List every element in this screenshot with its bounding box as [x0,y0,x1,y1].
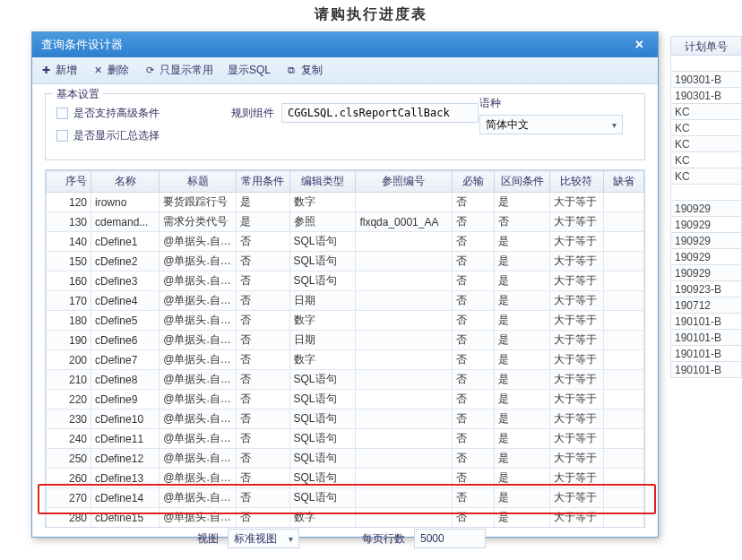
cell-title[interactable]: @单据头.自定... [160,429,237,449]
cell-ref[interactable] [356,291,452,311]
bg-cell[interactable]: 190929 [670,249,742,265]
table-row[interactable]: 200cDefine7@单据头.自定...否数字否是大于等于 [47,350,644,370]
cell-name[interactable]: cDefine9 [91,390,160,409]
cell-ref[interactable] [356,252,452,271]
cell-def[interactable] [603,212,643,232]
cell-range[interactable]: 是 [495,271,550,291]
cell-ref[interactable] [356,271,452,291]
cell-title[interactable]: @单据头.自定... [160,370,237,390]
cell-no[interactable]: 250 [47,449,91,469]
cell-no[interactable]: 210 [47,370,91,390]
cell-def[interactable] [603,271,643,291]
cell-no[interactable]: 260 [47,469,91,488]
cell-name[interactable]: cDefine10 [91,409,160,429]
bg-cell[interactable]: KC [670,136,742,152]
cell-cmp[interactable]: 大于等于 [550,232,604,252]
cell-edit[interactable]: SQL语句 [289,271,356,291]
col-no[interactable]: 序号 [47,171,91,193]
table-row[interactable]: 140cDefine1@单据头.自定...否SQL语句否是大于等于 [47,232,644,252]
cell-title[interactable]: @单据头.自定... [160,252,237,271]
cell-cmp[interactable]: 大于等于 [550,271,604,291]
cell-def[interactable] [603,331,643,350]
cell-ref[interactable] [356,390,452,409]
cell-title[interactable]: @单据头.自定... [160,311,237,331]
cell-common[interactable]: 否 [236,291,289,311]
cell-edit[interactable]: 日期 [289,291,356,311]
cell-range[interactable]: 是 [495,350,550,370]
bg-cell[interactable]: KC [670,168,742,185]
cell-def[interactable] [603,488,643,508]
cell-edit[interactable]: SQL语句 [289,469,356,488]
cell-edit[interactable]: SQL语句 [289,429,356,449]
col-ref[interactable]: 参照编号 [356,171,452,193]
cell-title[interactable]: @单据头.自定... [160,409,237,429]
cell-range[interactable]: 是 [495,252,550,271]
cell-must[interactable]: 否 [452,291,495,311]
copy-button[interactable]: ⧉复制 [285,63,323,78]
table-row[interactable]: 120irowno要货跟踪行号是数字否是大于等于 [47,193,644,212]
conditions-grid[interactable]: 序号 名称 标题 常用条件 编辑类型 参照编号 必输 区间条件 比较符 缺省 1… [45,169,645,528]
cell-title[interactable]: 要货跟踪行号 [160,193,237,212]
cell-must[interactable]: 否 [452,409,495,429]
cell-edit[interactable]: SQL语句 [289,232,356,252]
cell-title[interactable]: @单据头.自定... [160,271,237,291]
cell-ref[interactable] [356,469,452,488]
cell-def[interactable] [603,449,643,469]
cell-no[interactable]: 230 [47,409,91,429]
cell-range[interactable]: 是 [495,469,550,488]
col-title[interactable]: 标题 [160,171,237,193]
cell-common[interactable]: 是 [236,212,289,232]
cell-edit[interactable]: SQL语句 [289,449,356,469]
cell-name[interactable]: cDefine12 [91,449,160,469]
cell-name[interactable]: cdemand... [91,212,160,232]
bg-cell[interactable]: 190101-B [670,346,742,362]
cell-name[interactable]: cDefine11 [91,429,160,449]
cell-title[interactable]: @单据头.自定... [160,331,237,350]
bg-cell[interactable]: 190301-B [670,72,742,88]
cell-title[interactable]: @单据头.自定... [160,390,237,409]
cell-no[interactable]: 180 [47,311,91,331]
cell-def[interactable] [603,252,643,271]
cell-no[interactable]: 270 [47,488,91,508]
cell-edit[interactable]: SQL语句 [289,252,356,271]
cell-no[interactable]: 160 [47,271,91,291]
bg-cell[interactable]: 190929 [670,201,742,217]
cell-cmp[interactable]: 大于等于 [550,212,604,232]
cell-common[interactable]: 否 [236,488,289,508]
bg-cell[interactable] [670,185,742,201]
cell-cmp[interactable]: 大于等于 [550,311,604,331]
cell-common[interactable]: 否 [236,370,289,390]
col-name[interactable]: 名称 [91,171,160,193]
cell-def[interactable] [603,429,643,449]
table-row[interactable]: 160cDefine3@单据头.自定...否SQL语句否是大于等于 [47,271,644,291]
cell-edit[interactable]: SQL语句 [289,488,356,508]
col-cmp[interactable]: 比较符 [550,171,604,193]
cell-must[interactable]: 否 [452,232,495,252]
table-row[interactable]: 150cDefine2@单据头.自定...否SQL语句否是大于等于 [47,252,644,271]
cell-ref[interactable] [356,488,452,508]
col-common[interactable]: 常用条件 [236,171,289,193]
table-row[interactable]: 260cDefine13@单据头.自定...否SQL语句否是大于等于 [47,469,644,488]
cell-must[interactable]: 否 [452,429,495,449]
cell-no[interactable]: 240 [47,429,91,449]
cell-name[interactable]: cDefine1 [91,232,160,252]
cell-title[interactable]: @单据头.自定... [160,449,237,469]
cell-ref[interactable] [356,193,452,212]
cell-def[interactable] [603,409,643,429]
bg-cell[interactable]: 190712 [670,297,742,314]
cell-cmp[interactable]: 大于等于 [550,252,604,271]
cell-common[interactable]: 否 [236,350,289,370]
cell-name[interactable]: cDefine2 [91,252,160,271]
table-row[interactable]: 240cDefine11@单据头.自定...否SQL语句否是大于等于 [47,429,644,449]
cell-common[interactable]: 否 [236,469,289,488]
cell-def[interactable] [603,469,643,488]
table-row[interactable]: 270cDefine14@单据头.自定...否SQL语句否是大于等于 [47,488,644,508]
cell-ref[interactable] [356,232,452,252]
cell-cmp[interactable]: 大于等于 [550,429,604,449]
cell-must[interactable]: 否 [452,193,495,212]
cell-ref[interactable] [356,350,452,370]
cell-name[interactable]: cDefine6 [91,331,160,350]
cell-edit[interactable]: 参照 [289,212,356,232]
cell-cmp[interactable]: 大于等于 [550,488,604,508]
cell-range[interactable]: 是 [495,331,550,350]
